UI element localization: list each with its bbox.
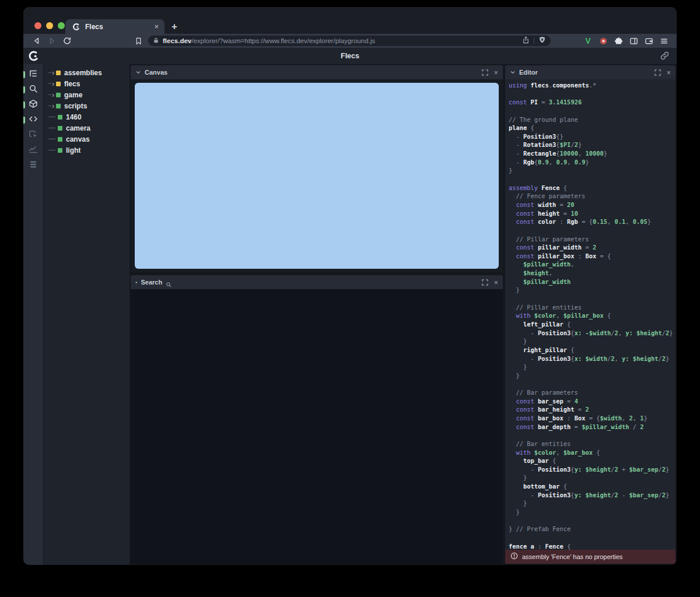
tree-item-scripts[interactable]: ›scripts [44, 100, 130, 111]
code-line [509, 175, 676, 184]
tree-item-canvas[interactable]: canvas [44, 134, 130, 145]
code-line [509, 380, 676, 388]
search-panel-icon[interactable] [23, 85, 43, 94]
code-line: right_pillar { [509, 346, 676, 354]
back-button[interactable] [32, 36, 42, 46]
tree-view-panel-icon[interactable] [23, 70, 43, 79]
code-line: } // Prefab Fence [509, 525, 676, 533]
expand-chevron-icon[interactable]: › [52, 103, 54, 109]
tree-connector [48, 106, 51, 106]
tree-item-camera[interactable]: camera [44, 122, 130, 134]
tree-item-label: canvas [66, 135, 90, 143]
code-editor[interactable]: using flecs.components.* const PI = 3.14… [505, 79, 676, 564]
code-line: // The ground plane [509, 115, 676, 124]
chevron-down-icon[interactable] [510, 69, 516, 75]
divider [534, 37, 534, 44]
chart-panel-icon[interactable] [23, 146, 43, 155]
code-line: - Rectangle{10000, 10000} [509, 149, 676, 158]
code-line: - Position3{y: $height/2 - $bar_sep/2} [509, 491, 676, 500]
fullscreen-icon[interactable] [482, 279, 488, 286]
error-message: assembly 'Fence' has no properties [522, 553, 622, 560]
expand-chevron-icon[interactable]: › [52, 70, 54, 76]
panel-icon-sidebar [23, 64, 43, 565]
cube-panel-icon[interactable] [23, 100, 43, 110]
chevron-down-icon[interactable] [135, 69, 141, 75]
alert-circle-icon [510, 552, 518, 562]
close-panel-icon[interactable]: × [494, 69, 498, 76]
tree-item-flecs[interactable]: ›flecs [44, 78, 130, 89]
error-bar: assembly 'Fence' has no properties [505, 550, 676, 564]
bookmark-icon[interactable] [133, 36, 144, 46]
active-panel-indicator [23, 101, 25, 108]
close-panel-icon[interactable]: × [494, 279, 498, 286]
close-window-button[interactable] [34, 22, 41, 29]
tab-bar: Flecs × + [23, 7, 677, 34]
tree-connector [48, 83, 51, 84]
tab-close-icon[interactable]: × [154, 22, 159, 31]
search-icon [166, 279, 172, 285]
entity-type-square [58, 115, 62, 120]
code-line: // Pillar parameters [509, 235, 676, 244]
expand-chevron-icon[interactable]: › [52, 81, 54, 87]
red-hexagon-extension-icon[interactable] [598, 36, 608, 45]
tree-item-game[interactable]: ›game [44, 89, 130, 100]
active-panel-indicator [23, 86, 25, 93]
tree-item-label: light [66, 146, 80, 154]
tree-item-label: 1460 [66, 113, 82, 121]
link-icon[interactable] [660, 51, 670, 61]
new-tab-button[interactable]: + [172, 21, 177, 33]
code-line: const width = 20 [509, 201, 676, 209]
minimize-window-button[interactable] [46, 22, 53, 29]
wallet-icon[interactable] [644, 36, 653, 45]
code-line [509, 90, 676, 99]
share-icon[interactable] [522, 36, 530, 46]
code-line: - Rgb{0.9, 0.9, 0.9} [509, 158, 676, 167]
search-panel-title: Search [141, 279, 163, 286]
code-line: assembly Fence { [509, 184, 676, 192]
search-panel-header[interactable]: • Search × [131, 275, 503, 289]
vue-devtools-icon[interactable]: V [583, 36, 593, 45]
entity-type-square [56, 104, 61, 108]
tree-item-light[interactable]: light [44, 145, 130, 156]
url-path: /explorer/?wasm=https://www.flecs.dev/ex… [191, 37, 375, 44]
collapsed-bullet-icon[interactable]: • [135, 279, 138, 286]
code-line: } [509, 508, 676, 517]
code-line: $height, [509, 269, 676, 278]
tree-item-label: scripts [64, 102, 87, 110]
browser-tab[interactable]: Flecs × [65, 19, 164, 34]
close-panel-icon[interactable]: × [666, 69, 671, 76]
inspect-panel-icon[interactable] [23, 131, 43, 140]
url-text: flecs.dev/explorer/?wasm=https://www.fle… [163, 37, 375, 44]
tree-item-assemblies[interactable]: ›assemblies [44, 67, 130, 78]
tree-item-1460[interactable]: 1460 [44, 111, 130, 122]
fullscreen-icon[interactable] [482, 69, 488, 76]
forward-button[interactable] [47, 36, 57, 46]
tree-connector [48, 117, 55, 117]
code-line: } [509, 363, 676, 371]
code-line: const bar_height = 2 [509, 405, 676, 414]
sidebar-toggle-icon[interactable] [629, 36, 638, 45]
reload-button[interactable] [62, 36, 72, 46]
lock-icon [153, 36, 159, 46]
menu-hamburger-icon[interactable] [659, 36, 668, 45]
entity-type-square [56, 71, 61, 75]
code-line: } [509, 499, 676, 508]
code-line [509, 107, 676, 115]
fullscreen-icon[interactable] [654, 69, 661, 76]
editor-panel-header: Editor × [505, 65, 676, 79]
entity-type-square [58, 126, 62, 131]
code-line: plane { [509, 124, 676, 132]
code-line: - Rotation3{$PI/2} [509, 141, 676, 149]
zoom-window-button[interactable] [58, 22, 65, 29]
active-panel-indicator [23, 117, 25, 124]
code-panel-icon[interactable] [23, 115, 43, 125]
extensions-puzzle-icon[interactable] [614, 36, 623, 45]
rows-panel-icon[interactable] [23, 161, 43, 170]
expand-chevron-icon[interactable]: › [52, 92, 54, 98]
code-line: const pillar_box : Box = { [509, 252, 676, 261]
brave-shield-icon[interactable] [538, 36, 546, 46]
url-bar[interactable]: flecs.dev/explorer/?wasm=https://www.fle… [148, 36, 551, 46]
code-line: - Position3{x: $width/2, y: $height/2} [509, 354, 676, 363]
3d-viewport-canvas[interactable] [135, 83, 499, 269]
code-line: // Bar parameters [509, 388, 676, 397]
